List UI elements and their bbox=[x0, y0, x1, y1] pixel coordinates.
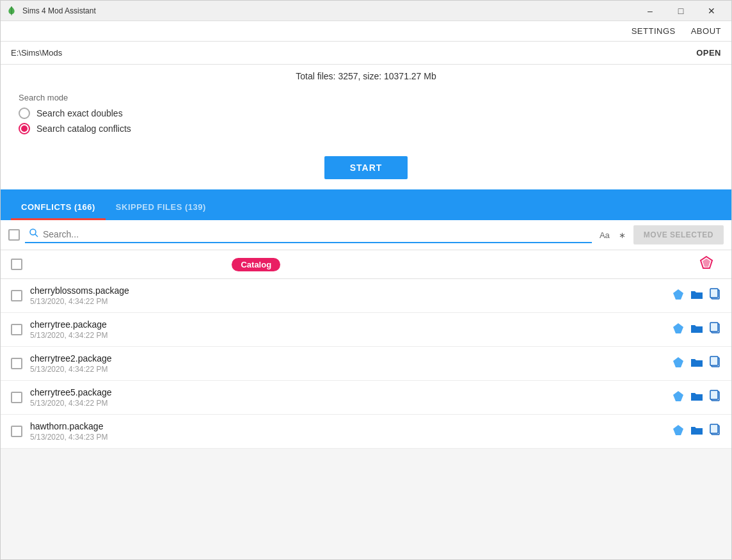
tab-conflicts[interactable]: CONFLICTS (166) bbox=[11, 196, 106, 220]
app-title: Sims 4 Mod Assistant bbox=[22, 6, 635, 15]
folder-icon-4[interactable] bbox=[690, 424, 703, 439]
svg-line-1 bbox=[35, 234, 38, 237]
svg-rect-18 bbox=[710, 424, 718, 433]
total-files-text: Total files: 3257, size: 10371.27 Mb bbox=[296, 71, 436, 81]
folder-icon-2[interactable] bbox=[690, 356, 703, 371]
copy-icon-3[interactable] bbox=[710, 390, 721, 406]
copy-icon-0[interactable] bbox=[710, 288, 721, 304]
sims-icon-3[interactable] bbox=[672, 390, 684, 405]
svg-rect-6 bbox=[710, 289, 718, 298]
open-button[interactable]: OPEN bbox=[696, 48, 721, 58]
item-name-4: hawthorn.package bbox=[30, 421, 665, 431]
sims-diamond-icon bbox=[699, 255, 713, 273]
tab-skipped-files[interactable]: SKIPPED FILES (139) bbox=[106, 196, 216, 220]
list-header-row: Catalog bbox=[1, 250, 731, 279]
item-actions-1 bbox=[672, 322, 721, 338]
search-options: Aa ∗ bbox=[597, 229, 628, 241]
item-name-3: cherrytree5.package bbox=[30, 387, 665, 397]
item-checkbox-4[interactable] bbox=[11, 426, 22, 437]
minimize-button[interactable]: – bbox=[635, 1, 665, 21]
stats-bar: Total files: 3257, size: 10371.27 Mb bbox=[1, 65, 731, 88]
svg-marker-10 bbox=[673, 357, 683, 367]
item-actions-3 bbox=[672, 390, 721, 406]
maximize-button[interactable]: □ bbox=[666, 1, 696, 21]
radio-catalog-label: Search catalog conflicts bbox=[36, 124, 131, 134]
radio-catalog-conflicts[interactable]: Search catalog conflicts bbox=[19, 123, 713, 134]
catalog-badge: Catalog bbox=[232, 258, 280, 271]
window-controls: – □ ✕ bbox=[635, 1, 726, 21]
item-checkbox-1[interactable] bbox=[11, 324, 22, 335]
header-checkbox[interactable] bbox=[11, 259, 22, 270]
list-item: cherrytree5.package 5/13/2020, 4:34:22 P… bbox=[1, 381, 731, 415]
tab-bar: CONFLICTS (166) SKIPPED FILES (139) bbox=[1, 189, 731, 220]
item-name-1: cherrytree.package bbox=[30, 319, 665, 330]
search-row: Aa ∗ MOVE SELECTED bbox=[1, 220, 731, 250]
svg-marker-16 bbox=[673, 425, 683, 435]
radio-exact-doubles[interactable]: Search exact doubles bbox=[19, 108, 713, 119]
about-menu-item[interactable]: ABOUT bbox=[691, 26, 721, 36]
file-list: cherryblossoms.package 5/13/2020, 4:34:2… bbox=[1, 279, 731, 449]
svg-rect-12 bbox=[710, 356, 718, 365]
list-item: cherrytree2.package 5/13/2020, 4:34:22 P… bbox=[1, 347, 731, 381]
radio-exact-circle[interactable] bbox=[19, 108, 30, 119]
sims-icon-4[interactable] bbox=[672, 424, 684, 439]
search-mode-section: Search mode Search exact doubles Search … bbox=[1, 88, 731, 148]
item-checkbox-0[interactable] bbox=[11, 290, 22, 301]
item-date-3: 5/13/2020, 4:34:22 PM bbox=[30, 399, 665, 408]
path-bar: E:\Sims\Mods OPEN bbox=[1, 42, 731, 65]
item-date-0: 5/13/2020, 4:34:22 PM bbox=[30, 297, 665, 306]
copy-icon-1[interactable] bbox=[710, 322, 721, 338]
sims-icon-2[interactable] bbox=[672, 356, 684, 371]
start-btn-row: START bbox=[1, 148, 731, 189]
radio-catalog-circle[interactable] bbox=[19, 123, 30, 134]
copy-icon-4[interactable] bbox=[710, 424, 721, 440]
item-actions-2 bbox=[672, 356, 721, 372]
item-date-4: 5/13/2020, 4:34:23 PM bbox=[30, 433, 665, 442]
sims-icon-0[interactable] bbox=[672, 289, 684, 303]
move-selected-button[interactable]: MOVE SELECTED bbox=[633, 225, 724, 244]
regex-button[interactable]: ∗ bbox=[616, 229, 628, 241]
item-actions-0 bbox=[672, 288, 721, 304]
mods-path: E:\Sims\Mods bbox=[11, 48, 62, 58]
folder-icon-1[interactable] bbox=[690, 323, 703, 337]
list-item: cherryblossoms.package 5/13/2020, 4:34:2… bbox=[1, 279, 731, 313]
search-icon bbox=[29, 228, 39, 241]
radio-exact-label: Search exact doubles bbox=[36, 108, 123, 118]
app-logo bbox=[6, 5, 17, 17]
item-checkbox-3[interactable] bbox=[11, 392, 22, 403]
item-date-1: 5/13/2020, 4:34:22 PM bbox=[30, 331, 665, 340]
start-button[interactable]: START bbox=[324, 156, 408, 179]
title-bar: Sims 4 Mod Assistant – □ ✕ bbox=[1, 1, 731, 21]
svg-marker-13 bbox=[673, 391, 683, 401]
item-name-0: cherryblossoms.package bbox=[30, 285, 665, 296]
svg-marker-4 bbox=[673, 289, 683, 300]
svg-marker-7 bbox=[673, 323, 683, 333]
select-all-checkbox[interactable] bbox=[8, 229, 20, 241]
folder-icon-3[interactable] bbox=[690, 390, 703, 405]
svg-rect-9 bbox=[710, 323, 718, 332]
svg-marker-3 bbox=[703, 259, 710, 267]
svg-rect-15 bbox=[710, 390, 718, 399]
item-date-2: 5/13/2020, 4:34:22 PM bbox=[30, 365, 665, 374]
menu-bar: SETTINGS ABOUT bbox=[1, 21, 731, 42]
list-item: cherrytree.package 5/13/2020, 4:34:22 PM bbox=[1, 313, 731, 347]
list-item: hawthorn.package 5/13/2020, 4:34:23 PM bbox=[1, 415, 731, 449]
item-checkbox-2[interactable] bbox=[11, 358, 22, 369]
copy-icon-2[interactable] bbox=[710, 356, 721, 372]
search-mode-label: Search mode bbox=[19, 93, 713, 102]
case-sensitive-button[interactable]: Aa bbox=[597, 229, 612, 241]
sims-icon-1[interactable] bbox=[672, 323, 684, 337]
search-input-wrap bbox=[25, 227, 592, 243]
item-actions-4 bbox=[672, 424, 721, 440]
close-button[interactable]: ✕ bbox=[697, 1, 726, 21]
folder-icon-0[interactable] bbox=[690, 289, 703, 303]
svg-point-0 bbox=[30, 229, 36, 235]
settings-menu-item[interactable]: SETTINGS bbox=[632, 26, 676, 36]
item-name-2: cherrytree2.package bbox=[30, 353, 665, 364]
search-input[interactable] bbox=[43, 229, 588, 239]
